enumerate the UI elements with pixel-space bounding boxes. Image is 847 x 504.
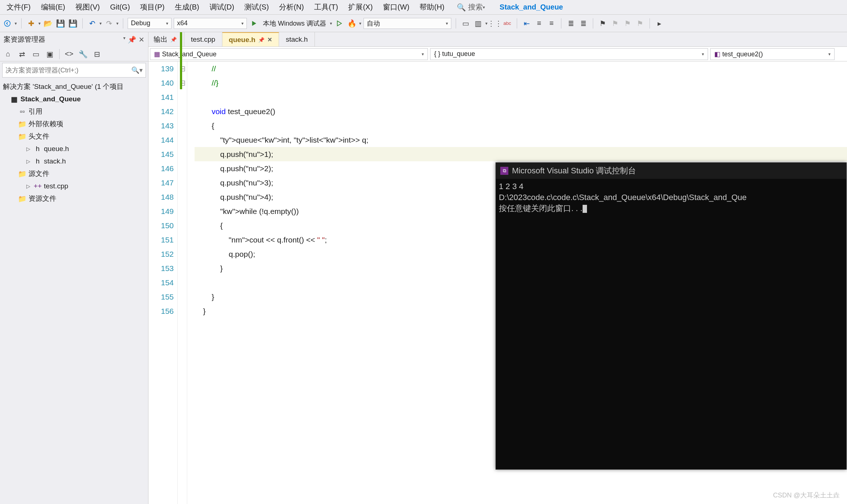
dropdown-icon[interactable]: ▾ [99,21,102,26]
indent-button[interactable]: ⇤ [522,18,532,29]
console-titlebar[interactable]: ⧉ Microsoft Visual Studio 调试控制台 [496,163,846,179]
menu-git[interactable]: Git(G) [105,1,135,13]
folder-icon: 📁 [18,195,26,203]
class-dropdown[interactable]: { } tutu_queue▾ [430,48,708,60]
references-node[interactable]: ▫▫引用 [0,105,148,118]
nav-back-button[interactable] [2,18,12,29]
sources-node[interactable]: 📁源文件 [0,168,148,180]
close-icon[interactable]: ✕ [267,36,272,43]
menu-build[interactable]: 生成(B) [170,1,204,14]
tab-output[interactable]: 输出📌 [148,32,184,46]
project-name-label: Stack_and_Queue [500,3,563,11]
explorer-search[interactable]: 决方案资源管理器(Ctrl+;) 🔍▾ [2,63,146,78]
hot-reload-button[interactable]: 🔥 [347,18,357,29]
platform-dropdown[interactable]: x64▾ [174,18,247,29]
folder-icon: 📁 [18,120,26,128]
dropdown-icon[interactable]: ▾ [359,21,361,26]
project-node[interactable]: ▦Stack_and_Queue [0,93,148,105]
format-button[interactable]: ≣ [578,18,588,29]
search-icon: 🔍 [457,3,466,12]
bookmark-prev-button[interactable]: ⚑ [610,18,620,29]
abc-button[interactable]: abc [502,18,512,29]
nav-bar: ▦ Stack_and_Queue▾ { } tutu_queue▾ ◧ tes… [148,47,847,61]
code-view-icon[interactable]: <> [64,49,74,59]
debug-console-window[interactable]: ⧉ Microsoft Visual Studio 调试控制台 1 2 3 4 … [496,162,847,470]
menu-window[interactable]: 窗口(W) [378,1,414,14]
debugger-label[interactable]: 本地 Windows 调试器 [261,19,328,28]
external-deps-node[interactable]: 📁外部依赖项 [0,118,148,130]
start-debug-button[interactable] [249,18,259,29]
menu-debug[interactable]: 调试(D) [204,1,240,14]
menu-view[interactable]: 视图(V) [70,1,105,14]
properties-icon[interactable]: ⊟ [92,49,102,59]
bookmark-button[interactable]: ⚑ [598,18,608,29]
vs-icon: ⧉ [500,167,508,175]
dropdown-icon[interactable]: ▾ [15,21,17,26]
menu-analyze[interactable]: 分析(N) [274,1,309,14]
headers-node[interactable]: 📁头文件 [0,130,148,143]
toolbox-button-2[interactable]: ▥ [473,18,483,29]
bookmark-next-button[interactable]: ⚑ [622,18,633,29]
sync-icon[interactable]: ⇄ [17,49,27,59]
source-file-test[interactable]: ▷++test.cpp [0,180,148,192]
bookmark-clear-button[interactable]: ⚑ [635,18,645,29]
menu-help[interactable]: 帮助(H) [414,1,449,14]
wrench-icon[interactable]: 🔧 [78,49,88,59]
menu-extensions[interactable]: 扩展(X) [343,1,378,14]
function-dropdown[interactable]: ◧ test_queue2()▾ [710,48,835,60]
cpp-file-icon: ++ [34,182,42,190]
pin-icon[interactable]: 📌 [258,37,264,43]
dropdown-icon[interactable]: ▾ [330,21,332,26]
menu-test[interactable]: 测试(S) [239,1,274,14]
auto-dropdown[interactable]: 自动▾ [364,18,451,29]
dropdown-icon[interactable]: ▾ [38,21,41,26]
collapse-icon[interactable]: ▭ [31,49,41,59]
home-icon[interactable]: ⌂ [3,49,13,59]
main-menu-bar: 文件(F) 编辑(E) 视图(V) Git(G) 项目(P) 生成(B) 调试(… [0,0,847,15]
save-all-button[interactable]: 💾 [68,18,78,29]
pin-icon[interactable]: 📌 [170,37,177,42]
toolbox-button-1[interactable]: ▭ [460,18,471,29]
undo-button[interactable]: ↶ [87,18,97,29]
menu-project[interactable]: 项目(P) [135,1,170,14]
header-file-stack[interactable]: ▷hstack.h [0,155,148,168]
header-file-queue[interactable]: ▷hqueue.h [0,143,148,155]
menu-tools[interactable]: 工具(T) [309,1,343,14]
svg-point-0 [4,20,10,26]
project-icon: ▦ [10,95,18,104]
fold-gutter[interactable]: ⊟ ⊟ [178,61,187,504]
h-file-icon: h [34,145,42,153]
expand-icon[interactable]: ▷ [26,158,31,164]
tab-stack-h[interactable]: stack.h [279,32,315,46]
close-icon[interactable]: ✕ [139,35,144,44]
config-dropdown[interactable]: Debug▾ [128,18,172,29]
start-without-debug-button[interactable] [334,18,345,29]
new-item-button[interactable]: ✚ [26,18,36,29]
uncomment-button[interactable]: ≣ [566,18,576,29]
scope-dropdown[interactable]: ▦ Stack_and_Queue▾ [150,48,428,60]
references-icon: ▫▫ [18,108,26,116]
menu-edit[interactable]: 编辑(E) [36,1,71,14]
resources-node[interactable]: 📁资源文件 [0,192,148,205]
expand-icon[interactable]: ▷ [26,183,31,189]
panel-header: 案资源管理器 ▾ 📌 ✕ [0,32,148,47]
pin-icon[interactable]: 📌 [128,35,136,44]
comment-button[interactable]: ≡ [546,18,557,29]
show-all-icon[interactable]: ▣ [45,49,55,59]
outdent-button[interactable]: ≡ [534,18,544,29]
dropdown-icon[interactable]: ▾ [116,21,118,26]
tab-test-cpp[interactable]: test.cpp [184,32,222,46]
save-button[interactable]: 💾 [55,18,65,29]
folder-icon: 📁 [18,132,26,141]
h-file-icon: h [34,157,42,165]
expand-icon[interactable]: ▷ [26,146,31,152]
open-button[interactable]: 📂 [43,18,53,29]
overflow-button[interactable]: ▸ [654,18,665,29]
toolbox-button-3[interactable]: ⋮⋮ [490,18,500,29]
tab-queue-h[interactable]: queue.h📌✕ [222,32,279,46]
panel-menu-icon[interactable]: ▾ [123,35,125,44]
global-search[interactable]: 🔍 搜索 ▾ [457,2,485,12]
menu-file[interactable]: 文件(F) [1,1,36,14]
solution-node[interactable]: 解决方案 'Stack_and_Queue' (1 个项目 [0,80,148,93]
redo-button[interactable]: ↷ [104,18,114,29]
